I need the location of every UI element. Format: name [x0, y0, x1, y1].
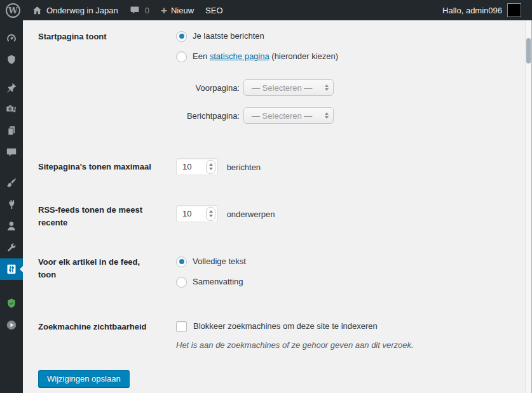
seo-menu[interactable]: SEO [200, 0, 228, 20]
front-page-select[interactable]: — Selecteren — [243, 79, 334, 96]
posts-page-select-label: Berichtpagina: [176, 111, 240, 121]
admin-menu [0, 20, 23, 393]
summary-radio[interactable] [176, 277, 187, 288]
sidebar-item-comments[interactable] [0, 142, 23, 163]
site-name: Onderweg in Japan [46, 6, 118, 15]
admin-bar: W Onderweg in Japan 0 Nieuw SEO Hallo, a… [0, 0, 532, 20]
front-page-select-label: Voorpagina: [176, 83, 240, 93]
shield-icon [6, 54, 17, 65]
number-stepper-icon[interactable] [206, 207, 215, 221]
posts-page-select-row: Berichtpagina: — Selecteren — [176, 107, 532, 124]
dashboard-icon [6, 32, 17, 44]
sidebar-item-posts[interactable] [0, 77, 23, 98]
sidebar-item-dashboard[interactable] [0, 27, 23, 49]
account-menu[interactable]: Hallo, admin096 [432, 0, 532, 20]
summary-option[interactable]: Samenvatting [176, 276, 532, 288]
settings-sliders-icon [6, 263, 17, 275]
wrench-icon [6, 242, 17, 253]
sidebar-item-media[interactable] [0, 98, 23, 120]
sidebar-item-play[interactable] [0, 314, 23, 336]
feed-content-row: Voor elk artikel in de feed, toon Volled… [38, 255, 532, 296]
pushpin-icon [6, 82, 17, 93]
posts-per-page-label: Sitepagina's tonen maximaal [38, 160, 176, 173]
home-icon [32, 5, 43, 16]
media-icon [6, 103, 17, 115]
block-search-checkbox[interactable] [176, 321, 187, 332]
sidebar-item-appearance[interactable] [0, 172, 23, 194]
latest-posts-radio[interactable] [176, 31, 187, 42]
block-search-label: Blokkeer zoekmachines om deze site te in… [193, 320, 378, 333]
static-page-option[interactable]: Een statische pagina (hieronder kiezen) [176, 50, 532, 63]
sidebar-item-settings[interactable] [0, 258, 23, 280]
full-text-radio[interactable] [176, 256, 187, 267]
front-page-label: Startpagina toont [38, 30, 176, 124]
number-stepper-icon[interactable] [206, 160, 215, 174]
wordpress-logo-icon: W [6, 3, 20, 18]
seo-label: SEO [205, 6, 222, 15]
rss-items-label: RSS-feeds tonen de meest recente [38, 203, 176, 229]
front-page-row: Startpagina toont Je laatste berichten E… [38, 30, 532, 124]
shield-check-icon [6, 298, 17, 309]
select-stepper-icon [325, 84, 329, 91]
new-content-menu[interactable]: Nieuw [155, 0, 200, 20]
posts-page-select[interactable]: — Selecteren — [243, 107, 334, 124]
posts-per-page-row: Sitepagina's tonen maximaal berichten [38, 158, 532, 175]
search-visibility-note: Het is aan de zoekmachines of ze gehoor … [176, 340, 532, 350]
select-stepper-icon [325, 112, 329, 119]
feed-content-label: Voor elk artikel in de feed, toon [38, 255, 176, 296]
comment-bubble-icon [130, 5, 140, 15]
account-greeting: Hallo, admin096 [437, 6, 507, 15]
summary-option-label: Samenvatting [193, 276, 243, 288]
reading-settings-form: Startpagina toont Je laatste berichten E… [23, 20, 532, 393]
latest-posts-option[interactable]: Je laatste berichten [176, 30, 532, 43]
full-text-option-label: Volledige tekst [193, 255, 246, 268]
user-icon [6, 220, 17, 232]
pages-icon [6, 125, 17, 137]
comments-icon [6, 147, 17, 158]
block-search-option[interactable]: Blokkeer zoekmachines om deze site te in… [176, 320, 532, 333]
scrollbar-thumb[interactable] [526, 38, 531, 63]
front-page-select-row: Voorpagina: — Selecteren — [176, 79, 532, 96]
comments-menu[interactable]: 0 [124, 0, 155, 20]
full-text-option[interactable]: Volledige tekst [176, 255, 532, 268]
sidebar-item-pages[interactable] [0, 120, 23, 142]
sidebar-item-tools[interactable] [0, 237, 23, 258]
sidebar-item-plugins[interactable] [0, 194, 23, 215]
new-label: Nieuw [171, 6, 194, 15]
site-menu[interactable]: Onderweg in Japan [26, 0, 124, 20]
plug-icon [6, 199, 17, 210]
static-page-option-label: Een statische pagina (hieronder kiezen) [193, 50, 338, 63]
sidebar-item-users[interactable] [0, 215, 23, 237]
search-visibility-row: Zoekmachine zichtbaarheid Blokkeer zoekm… [38, 320, 532, 350]
avatar [507, 3, 521, 17]
play-icon [6, 319, 17, 331]
posts-per-page-unit: berichten [227, 163, 261, 172]
save-changes-button[interactable]: Wijzigingen opslaan [38, 370, 130, 388]
sidebar-item-shield[interactable] [0, 49, 23, 70]
search-visibility-label: Zoekmachine zichtbaarheid [38, 320, 176, 350]
rss-items-unit: onderwerpen [227, 210, 275, 219]
plus-icon [161, 5, 167, 16]
paintbrush-icon [6, 177, 17, 189]
posts-page-select-value: — Selecteren — [252, 111, 312, 121]
comments-count: 0 [145, 6, 149, 15]
submit-row: Wijzigingen opslaan [38, 370, 532, 388]
front-page-select-value: — Selecteren — [252, 83, 312, 93]
wp-logo-menu[interactable]: W [0, 0, 26, 20]
sidebar-item-security[interactable] [0, 293, 23, 314]
rss-items-row: RSS-feeds tonen de meest recente onderwe… [38, 203, 532, 229]
latest-posts-option-label: Je laatste berichten [193, 30, 264, 43]
static-page-link[interactable]: statische pagina [210, 51, 269, 61]
scrollbar-track[interactable] [525, 20, 532, 393]
static-page-radio[interactable] [176, 51, 187, 62]
